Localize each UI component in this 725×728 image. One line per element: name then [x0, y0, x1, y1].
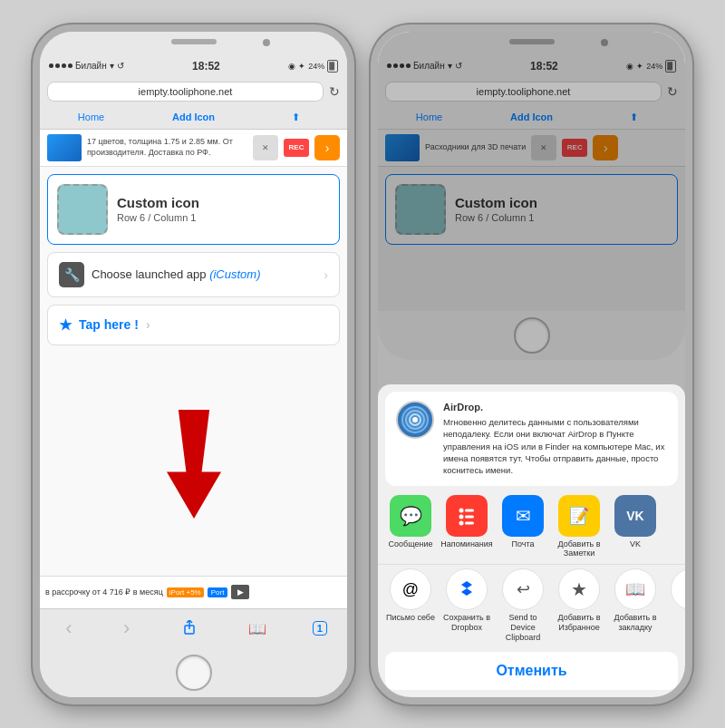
speaker-left [171, 39, 217, 44]
svg-marker-0 [167, 410, 221, 519]
bookmark-label: Добавить в закладку [610, 613, 661, 633]
sync-icon-left: ↺ [117, 61, 124, 71]
airdrop-section: AirDrop. Мгновенно делитесь данными с по… [385, 392, 678, 486]
share-messages[interactable]: 💬 Сообщение [385, 495, 436, 549]
signal-icon-left: ◉ [288, 62, 295, 71]
airdrop-title: AirDrop. [443, 401, 667, 414]
signal-dots-left [49, 63, 72, 68]
tab-share-left[interactable]: ⬆ [245, 106, 347, 129]
share-sheet-overlay: AirDrop. Мгновенно делитесь данными с по… [378, 32, 685, 697]
action-mail-self[interactable]: @ Письмо себе [385, 568, 436, 623]
close-x-icon-left: ✕ [262, 143, 269, 152]
status-left-left: Билайн ▾ ↺ [49, 61, 124, 71]
bookmarks-btn-left[interactable]: 📖 [243, 615, 272, 643]
airdrop-desc: Мгновенно делитесь данными с пользовател… [443, 417, 664, 475]
mail-self-label: Письмо себе [386, 613, 435, 623]
choose-app-label-left: Choose launched app (iCustom) [92, 267, 316, 281]
messages-icon: 💬 [390, 495, 431, 537]
url-text-left: iempty.tooliphone.net [139, 86, 233, 97]
arrow-icon-left: › [325, 141, 330, 155]
share-vk[interactable]: VK VK [610, 495, 661, 549]
custom-icon-card-left[interactable]: Custom icon Row 6 / Column 1 [47, 174, 340, 245]
more-label: В [689, 613, 692, 623]
svg-point-9 [459, 514, 464, 519]
svg-marker-13 [461, 581, 472, 596]
dropbox-label: Сохранить в Dropbox [441, 613, 492, 633]
time-left: 18:52 [192, 60, 220, 73]
send-device-label: Send to Device Clipboard [498, 613, 548, 642]
refresh-icon-left[interactable]: ↻ [329, 84, 340, 99]
custom-icon-text-left: Custom icon Row 6 / Column 1 [117, 195, 199, 223]
mail-icon: ✉ [502, 495, 544, 537]
ad-banner-left: 17 цветов, толщина 1.75 и 2.85 мм. От пр… [40, 130, 347, 167]
svg-point-7 [459, 508, 464, 512]
battery-bar-left: ▓ [327, 60, 338, 73]
port-badge-left: Port [208, 587, 228, 597]
send-device-icon: ↩ [502, 568, 544, 610]
action-more[interactable]: В В [666, 568, 692, 623]
left-phone: Билайн ▾ ↺ 18:52 ◉ ✦ 24% ▓ iempty.toolip… [33, 24, 354, 704]
reminders-icon [446, 495, 488, 537]
ad-close-left[interactable]: ✕ [253, 135, 278, 160]
ad-rec-left[interactable]: REC [284, 139, 309, 157]
choose-app-text-left: Choose launched app [92, 267, 207, 281]
status-bar-left: Билайн ▾ ↺ 18:52 ◉ ✦ 24% ▓ [40, 55, 347, 77]
notes-icon: 📝 [558, 495, 600, 537]
ad-img-left [47, 134, 82, 161]
vk-icon: VK [614, 495, 656, 537]
tab-home-left[interactable]: Home [40, 106, 142, 129]
dropbox-icon [446, 568, 488, 610]
action-favorites[interactable]: ★ Добавить в Избранное [554, 568, 604, 633]
messages-label: Сообщение [389, 539, 433, 549]
url-bar-left: iempty.tooliphone.net ↻ [40, 77, 347, 106]
airdrop-icon [396, 401, 434, 439]
ad-text-left: 17 цветов, толщина 1.75 и 2.85 мм. От пр… [87, 137, 247, 158]
wifi-icon-left: ▾ [110, 61, 114, 71]
share-notes[interactable]: 📝 Добавить в Заметки [554, 495, 604, 559]
star-icon-left: ★ [59, 316, 72, 334]
ad-arrow-left[interactable]: › [314, 135, 340, 160]
share-icons-row-2: @ Письмо себе Сохранить в Dropbox [378, 564, 685, 647]
share-mail[interactable]: ✉ Почта [498, 495, 548, 549]
app-store-badge-left: ▶ [231, 585, 249, 599]
share-sheet: AirDrop. Мгновенно делитесь данными с по… [378, 384, 685, 697]
home-btn-area-left [40, 648, 347, 697]
red-arrow-svg-left [162, 410, 226, 519]
tap-here-row-left[interactable]: ★ Tap here ! › [47, 305, 340, 345]
tap-here-chevron-left: › [146, 317, 150, 332]
phone-top-left [40, 32, 347, 55]
action-send-device[interactable]: ↩ Send to Device Clipboard [498, 568, 548, 642]
cancel-btn[interactable]: Отменить [385, 652, 678, 690]
custom-icon-title-left: Custom icon [117, 195, 199, 210]
tabs-btn-left[interactable]: 1 [313, 621, 327, 636]
notes-label: Добавить в Заметки [554, 539, 604, 559]
forward-btn-left[interactable]: › [118, 611, 135, 645]
bottom-toolbar-left: ‹ › 📖 1 [40, 608, 347, 648]
url-input-left[interactable]: iempty.tooliphone.net [47, 82, 324, 102]
battery-left: 24% [308, 62, 324, 71]
page-content-left: 17 цветов, толщина 1.75 и 2.85 мм. От пр… [40, 130, 347, 576]
choose-app-sub-left: (iCustom) [209, 267, 260, 281]
choose-app-row-left[interactable]: 🔧 Choose launched app (iCustom) › [47, 252, 340, 297]
home-btn-left[interactable] [176, 655, 212, 691]
more-icon: В [671, 568, 692, 610]
mail-self-icon: @ [390, 568, 431, 610]
svg-rect-12 [465, 521, 474, 524]
iport-badge-left: iPort +5% [167, 587, 204, 597]
svg-rect-10 [465, 515, 474, 518]
svg-point-6 [412, 417, 418, 422]
bottom-ad-left: в рассрочку от 4 716 ₽ в месяц iPort +5%… [40, 576, 347, 608]
action-bookmark[interactable]: 📖 Добавить в закладку [610, 568, 661, 633]
airdrop-text: AirDrop. Мгновенно делитесь данными с по… [443, 401, 667, 477]
reminders-label: Напоминания [440, 539, 492, 549]
back-btn-left[interactable]: ‹ [60, 611, 77, 645]
bottom-ad-text-left: в рассрочку от 4 716 ₽ в месяц [45, 587, 163, 597]
vk-label: VK [630, 539, 641, 549]
share-reminders[interactable]: Напоминания [441, 495, 492, 549]
action-dropbox[interactable]: Сохранить в Dropbox [441, 568, 492, 633]
tab-add-icon-left[interactable]: Add Icon [142, 106, 245, 129]
share-btn-left[interactable] [176, 615, 203, 642]
wrench-icon-left: 🔧 [59, 262, 84, 287]
nav-tabs-left: Home Add Icon ⬆ [40, 106, 347, 130]
svg-point-11 [459, 520, 464, 525]
